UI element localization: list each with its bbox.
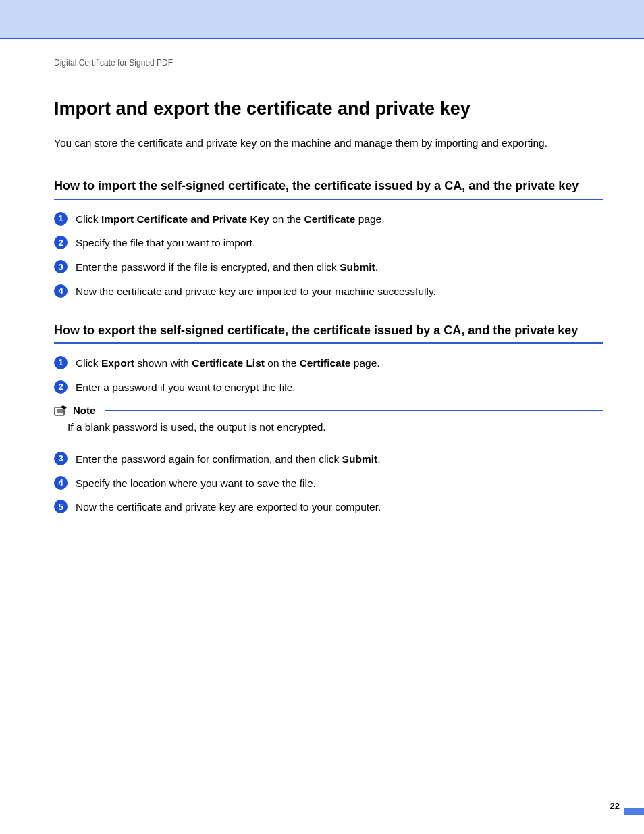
step-number-icon: 1 — [54, 212, 68, 226]
svg-rect-0 — [55, 407, 64, 415]
section-heading-export: How to export the self-signed certificat… — [54, 322, 603, 344]
breadcrumb: Digital Certificate for Signed PDF — [54, 58, 603, 68]
step-number-icon: 4 — [54, 284, 68, 298]
step-number-icon: 1 — [54, 356, 68, 369]
step-text: Enter a password if you want to encrypt … — [76, 380, 296, 395]
note-body: If a blank password is used, the output … — [68, 420, 603, 435]
page-number: 22 — [610, 801, 620, 811]
step-text: Click Export shown with Certificate List… — [76, 356, 380, 371]
step-number-icon: 2 — [54, 236, 68, 249]
step-text: Now the certificate and private key are … — [76, 500, 381, 515]
import-steps: 1 Click Import Certificate and Private K… — [54, 212, 603, 299]
step-text: Click Import Certificate and Private Key… — [76, 212, 384, 227]
list-item: 4 Specify the location where you want to… — [54, 476, 603, 491]
list-item: 2 Enter a password if you want to encryp… — [54, 380, 603, 395]
step-text: Specify the location where you want to s… — [76, 476, 316, 491]
step-number-icon: 3 — [54, 260, 68, 273]
step-number-icon: 3 — [54, 452, 68, 465]
step-number-icon: 4 — [54, 476, 68, 490]
list-item: 1 Click Import Certificate and Private K… — [54, 212, 603, 227]
step-text: Specify the file that you want to import… — [76, 236, 255, 251]
list-item: 3 Enter the password again for confirmat… — [54, 452, 603, 467]
list-item: 3 Enter the password if the file is encr… — [54, 260, 603, 275]
step-text: Enter the password if the file is encryp… — [76, 260, 378, 275]
intro-paragraph: You can store the certificate and privat… — [54, 136, 603, 151]
note-block: Note If a blank password is used, the ou… — [54, 404, 603, 442]
page-title: Import and export the certificate and pr… — [54, 99, 603, 120]
note-rule — [105, 410, 603, 411]
page-body: 4 Digital Certificate for Signed PDF Imp… — [0, 39, 644, 515]
step-number-icon: 2 — [54, 380, 68, 394]
list-item: 2 Specify the file that you want to impo… — [54, 236, 603, 251]
note-rule-bottom — [54, 442, 603, 442]
export-steps: 1 Click Export shown with Certificate Li… — [54, 356, 603, 515]
note-icon — [54, 404, 69, 416]
list-item: 1 Click Export shown with Certificate Li… — [54, 356, 603, 371]
section-heading-import: How to import the self-signed certificat… — [54, 178, 603, 199]
step-text: Now the certificate and private key are … — [76, 284, 436, 299]
footer-accent — [624, 808, 644, 815]
step-number-icon: 5 — [54, 500, 68, 513]
note-label: Note — [73, 405, 95, 416]
step-text: Enter the password again for confirmatio… — [76, 452, 380, 467]
list-item: 4 Now the certificate and private key ar… — [54, 284, 603, 299]
list-item: 5 Now the certificate and private key ar… — [54, 500, 603, 515]
top-band — [0, 0, 644, 39]
